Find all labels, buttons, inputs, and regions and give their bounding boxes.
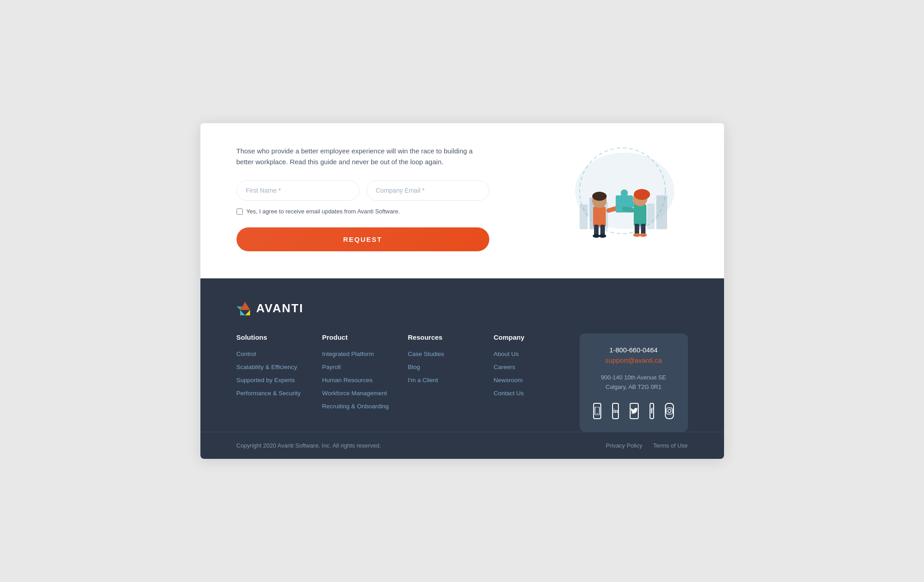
company-heading: Company (494, 333, 580, 341)
privacy-policy-link[interactable]: Privacy Policy (606, 442, 642, 449)
mobile-social-icon[interactable] (593, 403, 601, 419)
link-about-us[interactable]: About Us (494, 350, 580, 359)
link-newsroom[interactable]: Newsroom (494, 376, 580, 385)
form-fields (237, 180, 489, 201)
footer-col-company: Company About Us Careers Newsroom Contac… (494, 333, 580, 402)
footer-col-product: Product Integrated Platform Payroll Huma… (322, 333, 408, 415)
svg-rect-33 (666, 408, 673, 414)
facebook-social-icon[interactable]: f (650, 403, 654, 419)
form-content: Those who provide a better employee expe… (237, 146, 489, 251)
link-case-studies[interactable]: Case Studies (408, 350, 494, 359)
svg-point-35 (671, 409, 672, 410)
link-workforce-management[interactable]: Workforce Management (322, 389, 408, 398)
resources-heading: Resources (408, 333, 494, 341)
link-payroll[interactable]: Payroll (322, 363, 408, 372)
footer-bottom: Copyright 2020 Avanti Software, Inc. All… (200, 432, 724, 459)
footer-col-resources: Resources Case Studies Blog I'm a Client (408, 333, 494, 389)
first-name-input[interactable] (237, 180, 359, 201)
svg-point-17 (621, 189, 628, 197)
link-scalability[interactable]: Scalability & Efficiency (237, 363, 322, 372)
svg-point-25 (640, 233, 647, 237)
checkbox-row: Yes, I agree to receive email updates fr… (237, 208, 489, 215)
form-section: Those who provide a better employee expe… (200, 123, 724, 278)
link-careers[interactable]: Careers (494, 363, 580, 372)
checkbox-label: Yes, I agree to receive email updates fr… (246, 208, 400, 215)
link-control[interactable]: Control (237, 350, 322, 359)
solutions-heading: Solutions (237, 333, 322, 341)
instagram-social-icon[interactable] (665, 403, 674, 419)
social-row: in f (594, 403, 673, 419)
footer-section: AVANTI Solutions Control Scalability & E… (200, 278, 724, 432)
footer-logo-text: AVANTI (256, 301, 304, 315)
footer-columns: Solutions Control Scalability & Efficien… (237, 333, 688, 432)
email-consent-checkbox[interactable] (237, 208, 243, 215)
footer-copyright: Copyright 2020 Avanti Software, Inc. All… (237, 442, 381, 449)
footer-logo: AVANTI (237, 301, 688, 315)
link-human-resources[interactable]: Human Resources (322, 376, 408, 385)
svg-rect-6 (656, 195, 667, 229)
address-line2: Calgary, AB T2G 0R1 (606, 383, 662, 390)
svg-point-21 (634, 189, 650, 200)
link-recruiting-onboarding[interactable]: Recruiting & Onboarding (322, 402, 408, 411)
contact-card: 1-800-660-0464 support@avanti.ca 900-140… (580, 333, 688, 432)
illustration-area (553, 146, 688, 245)
link-performance-security[interactable]: Performance & Security (237, 389, 322, 398)
svg-rect-8 (593, 207, 606, 227)
svg-marker-27 (240, 302, 250, 310)
footer-bottom-links: Privacy Policy Terms of Use (606, 442, 688, 449)
svg-point-32 (597, 413, 598, 414)
svg-point-34 (668, 409, 671, 412)
contact-address: 900-140 10th Avenue SE Calgary, AB T2G 0… (594, 373, 673, 392)
company-email-input[interactable] (367, 180, 489, 201)
contact-email[interactable]: support@avanti.ca (594, 356, 673, 364)
svg-point-10 (592, 192, 607, 201)
terms-of-use-link[interactable]: Terms of Use (653, 442, 688, 449)
svg-marker-29 (245, 310, 250, 315)
link-contact-us[interactable]: Contact Us (494, 389, 580, 398)
contact-phone: 1-800-660-0464 (594, 346, 673, 354)
link-im-a-client[interactable]: I'm a Client (408, 376, 494, 385)
form-description: Those who provide a better employee expe… (237, 146, 489, 167)
svg-point-24 (633, 233, 641, 237)
link-integrated-platform[interactable]: Integrated Platform (322, 350, 408, 359)
page-container: Those who provide a better employee expe… (200, 123, 724, 459)
linkedin-social-icon[interactable]: in (612, 403, 619, 419)
hero-illustration (553, 146, 688, 245)
svg-point-14 (599, 234, 606, 238)
link-supported-by-experts[interactable]: Supported by Experts (237, 376, 322, 385)
request-button[interactable]: REQUEST (237, 227, 489, 251)
svg-point-13 (593, 234, 600, 238)
svg-rect-19 (634, 204, 646, 226)
avanti-logo-icon (237, 301, 254, 315)
svg-marker-28 (240, 310, 245, 315)
footer-col-solutions: Solutions Control Scalability & Efficien… (237, 333, 322, 402)
link-blog[interactable]: Blog (408, 363, 494, 372)
product-heading: Product (322, 333, 408, 341)
address-line1: 900-140 10th Avenue SE (601, 374, 666, 381)
twitter-social-icon[interactable] (630, 403, 639, 419)
